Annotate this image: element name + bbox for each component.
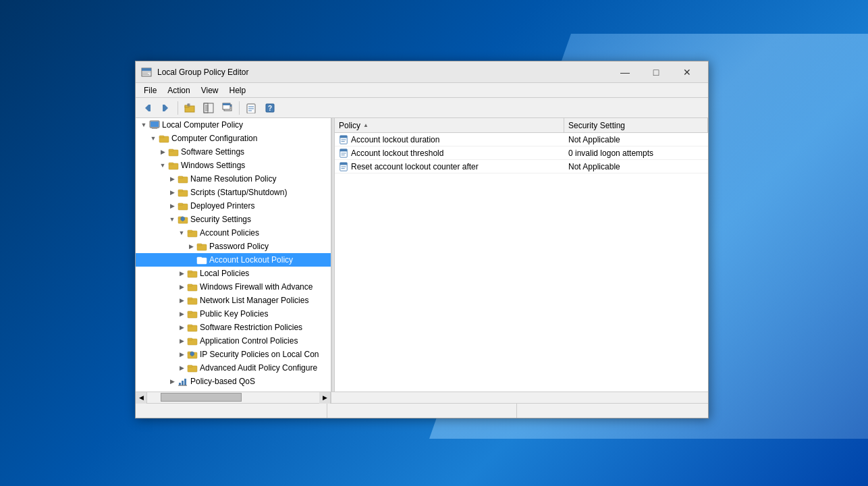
expand-local-computer-policy[interactable] — [138, 118, 149, 132]
svg-rect-52 — [197, 257, 202, 259]
expand-ip-security[interactable] — [176, 348, 187, 361]
svg-rect-37 — [169, 163, 173, 165]
icon-computer-configuration — [159, 133, 169, 144]
tree-item-public-key[interactable]: Public Key Policies — [136, 307, 331, 321]
expand-windows-settings[interactable] — [157, 159, 168, 172]
label-advanced-audit: Advanced Audit Policy Configure — [200, 363, 317, 373]
label-local-policies: Local Policies — [200, 269, 249, 278]
expand-local-policies[interactable] — [176, 267, 187, 280]
tree-item-scripts[interactable]: Scripts (Startup/Shutdown) — [136, 186, 331, 199]
expand-software-settings[interactable] — [157, 145, 168, 159]
window-icon — [141, 67, 152, 78]
window-title: Local Group Policy Editor — [157, 68, 609, 77]
list-row[interactable]: Account lockout durationNot Applicable — [335, 133, 708, 146]
svg-rect-43 — [178, 203, 183, 205]
back-button[interactable] — [138, 100, 156, 116]
expand-deployed-printers[interactable] — [167, 199, 178, 213]
svg-rect-56 — [188, 284, 192, 286]
expand-application-control[interactable] — [176, 334, 187, 348]
tree-item-deployed-printers[interactable]: Deployed Printers — [136, 199, 331, 213]
properties-button[interactable] — [242, 100, 260, 116]
hscroll-thumb[interactable] — [161, 393, 242, 402]
icon-name-resolution-policy — [178, 173, 188, 184]
expand-administrative-templates[interactable] — [157, 388, 168, 392]
icon-software-restriction — [187, 322, 198, 333]
icon-advanced-audit — [187, 362, 198, 373]
expand-computer-configuration[interactable] — [148, 132, 159, 145]
svg-rect-31 — [151, 122, 159, 127]
folder-button[interactable] — [181, 100, 198, 116]
expand-public-key[interactable] — [176, 307, 187, 321]
menu-help[interactable]: Help — [224, 84, 252, 97]
menu-view[interactable]: View — [196, 84, 224, 97]
expand-software-restriction[interactable] — [176, 321, 187, 334]
expand-account-policies[interactable] — [176, 226, 187, 240]
maximize-button[interactable]: □ — [641, 61, 672, 83]
minimize-button[interactable]: — — [609, 61, 641, 83]
menu-action[interactable]: Action — [162, 84, 195, 97]
list-header: Policy ▲ Security Setting — [335, 118, 708, 133]
list-row[interactable]: Account lockout threshold0 invalid logon… — [335, 146, 708, 160]
tree-item-name-resolution-policy[interactable]: Name Resolution Policy — [136, 172, 331, 186]
hscroll-track[interactable] — [147, 392, 319, 403]
expand-password-policy[interactable] — [186, 240, 196, 253]
tree-item-ip-security[interactable]: IP Security Policies on Local Con — [136, 348, 331, 361]
cell-policy: Account lockout threshold — [335, 148, 564, 158]
expand-security-settings[interactable] — [167, 213, 178, 226]
help-button[interactable]: ? — [261, 100, 279, 116]
tree-item-account-policies[interactable]: Account Policies — [136, 226, 331, 240]
tree-item-account-lockout-policy[interactable]: Account Lockout Policy — [136, 253, 331, 267]
tree-item-network-list[interactable]: Network List Manager Policies — [136, 294, 331, 307]
tree-item-computer-configuration[interactable]: Computer Configuration — [136, 132, 331, 145]
tree-item-password-policy[interactable]: Password Policy — [136, 240, 331, 253]
menu-file[interactable]: File — [138, 84, 162, 97]
tree-item-security-settings[interactable]: Security Settings — [136, 213, 331, 226]
status-section-2 — [327, 404, 516, 418]
label-administrative-templates: Administrative Templates — [181, 390, 271, 392]
column-policy[interactable]: Policy ▲ — [335, 118, 564, 132]
tree-item-policy-based-qos[interactable]: Policy-based QoS — [136, 375, 331, 388]
expand-windows-firewall[interactable] — [176, 280, 187, 294]
horizontal-scroll-container: ◀ ▶ — [136, 392, 708, 403]
icon-network-list — [187, 295, 198, 306]
svg-rect-30 — [151, 128, 159, 128]
svg-rect-58 — [188, 298, 192, 300]
expand-network-list[interactable] — [176, 294, 187, 307]
tree-item-local-computer-policy[interactable]: Local Computer Policy — [136, 118, 331, 132]
hscroll-right-btn[interactable]: ▶ — [319, 392, 331, 404]
close-button[interactable]: ✕ — [672, 61, 703, 83]
svg-rect-39 — [178, 176, 183, 178]
expand-policy-based-qos[interactable] — [167, 375, 178, 388]
forward-button[interactable] — [157, 100, 175, 116]
expand-account-lockout-policy[interactable] — [186, 253, 196, 267]
cell-security: Not Applicable — [564, 135, 708, 144]
tree-item-software-settings[interactable]: Software Settings — [136, 145, 331, 159]
svg-text:?: ? — [268, 105, 272, 112]
expand-name-resolution-policy[interactable] — [167, 172, 178, 186]
console-tree-button[interactable] — [200, 100, 217, 116]
tree-item-advanced-audit[interactable]: Advanced Audit Policy Configure — [136, 361, 331, 375]
label-account-policies: Account Policies — [200, 228, 259, 238]
column-security[interactable]: Security Setting — [564, 118, 708, 132]
icon-policy-based-qos — [178, 376, 188, 387]
svg-rect-69 — [188, 365, 192, 367]
tree-item-administrative-templates[interactable]: Administrative Templates — [136, 388, 331, 392]
svg-rect-21 — [223, 103, 230, 105]
expand-advanced-audit[interactable] — [176, 361, 187, 375]
tree-item-software-restriction[interactable]: Software Restriction Policies — [136, 321, 331, 334]
new-window-button[interactable] — [219, 100, 236, 116]
svg-rect-54 — [188, 271, 192, 273]
label-windows-firewall: Windows Firewall with Advance — [200, 282, 313, 292]
expand-scripts[interactable] — [167, 186, 178, 199]
hscroll-left-btn[interactable]: ◀ — [136, 392, 147, 404]
tree-item-application-control[interactable]: Application Control Policies — [136, 334, 331, 348]
menu-bar: File Action View Help — [136, 83, 708, 98]
list-row[interactable]: Reset account lockout counter afterNot A… — [335, 160, 708, 173]
tree-item-windows-firewall[interactable]: Windows Firewall with Advance — [136, 280, 331, 294]
label-deployed-printers: Deployed Printers — [190, 201, 254, 211]
tree-panel[interactable]: Local Computer Policy Computer Configura… — [136, 118, 331, 392]
svg-rect-50 — [197, 244, 202, 246]
icon-scripts — [178, 187, 188, 198]
tree-item-windows-settings[interactable]: Windows Settings — [136, 159, 331, 172]
tree-item-local-policies[interactable]: Local Policies — [136, 267, 331, 280]
